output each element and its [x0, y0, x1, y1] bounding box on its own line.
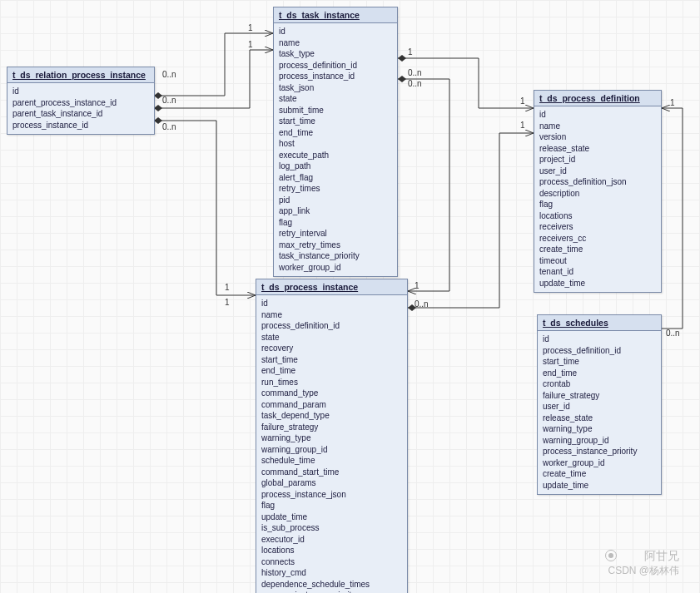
entity-field: flag — [279, 217, 392, 229]
entity-field: process_definition_id — [543, 345, 656, 357]
entity-field: failure_strategy — [261, 422, 402, 433]
entity-schedules: t_ds_schedules idprocess_definition_idst… — [537, 314, 662, 495]
entity-field: worker_group_id — [279, 262, 392, 274]
card-label: 1 — [225, 283, 230, 292]
entity-field: is_sub_process — [261, 522, 402, 534]
entity-field: create_time — [539, 244, 656, 255]
entity-task-instance: t_ds_task_instance idnametask_typeproces… — [273, 7, 398, 277]
entity-field: command_param — [261, 399, 402, 411]
entity-field: process_instance_priority — [261, 590, 402, 593]
card-label: 1 — [248, 40, 253, 49]
card-label: 1 — [520, 121, 525, 130]
entity-field: update_time — [539, 278, 656, 289]
entity-body: idnameversionrelease_stateproject_iduser… — [534, 106, 661, 292]
entity-field: max_retry_times — [279, 240, 392, 251]
entity-field: id — [539, 109, 656, 121]
entity-body: idparent_process_instance_idparent_task_… — [7, 83, 154, 134]
entity-field: receivers_cc — [539, 233, 656, 245]
entity-title: t_ds_relation_process_instance — [7, 67, 154, 83]
entity-field: start_time — [543, 356, 656, 368]
entity-field: retry_times — [279, 183, 392, 195]
entity-field: description — [539, 188, 656, 200]
entity-field: executor_id — [261, 534, 402, 546]
entity-field: crontab — [543, 378, 656, 390]
entity-field: retry_interval — [279, 228, 392, 240]
entity-title: t_ds_schedules — [538, 315, 661, 331]
card-label: 1 — [248, 23, 253, 32]
entity-field: release_state — [539, 143, 656, 155]
entity-body: idnametask_typeprocess_definition_idproc… — [274, 23, 397, 276]
watermark-author: 阿甘兄 — [644, 549, 679, 564]
entity-field: id — [261, 298, 402, 309]
entity-field: state — [279, 93, 392, 105]
entity-field: warning_type — [543, 423, 656, 435]
entity-field: locations — [261, 545, 402, 556]
card-label: 0..n — [162, 96, 176, 105]
entity-field: name — [261, 309, 402, 321]
entity-title: t_ds_process_instance — [256, 279, 407, 295]
entity-relation-process-instance: t_ds_relation_process_instance idparent_… — [7, 67, 155, 135]
entity-field: version — [539, 131, 656, 143]
card-label: 0..n — [408, 79, 422, 88]
card-label: 1 — [670, 98, 675, 107]
entity-field: failure_strategy — [543, 390, 656, 402]
entity-field: process_instance_id — [279, 71, 392, 82]
entity-field: end_time — [261, 365, 402, 377]
entity-field: host — [279, 138, 392, 150]
entity-field: receivers — [539, 221, 656, 233]
entity-field: id — [12, 86, 149, 97]
entity-field: worker_group_id — [543, 457, 656, 469]
entity-field: warning_type — [261, 432, 402, 444]
card-label: 1 — [520, 96, 525, 106]
entity-field: task_depend_type — [261, 410, 402, 422]
card-label: 0..n — [415, 299, 429, 309]
entity-title: t_ds_process_definition — [534, 91, 661, 106]
entity-field: process_instance_priority — [543, 446, 656, 457]
entity-field: warning_group_id — [261, 444, 402, 456]
entity-field: command_type — [261, 388, 402, 399]
entity-field: schedule_time — [261, 455, 402, 467]
entity-field: project_id — [539, 154, 656, 166]
entity-field: start_time — [279, 116, 392, 127]
card-label: 0..n — [162, 70, 176, 79]
entity-title: t_ds_task_instance — [274, 7, 397, 23]
wechat-icon — [605, 550, 617, 561]
entity-field: name — [539, 121, 656, 132]
entity-field: tenant_id — [539, 266, 656, 278]
entity-field: name — [279, 37, 392, 49]
entity-field: user_id — [539, 166, 656, 177]
card-label: 0..n — [162, 122, 176, 131]
entity-field: dependence_schedule_times — [261, 579, 402, 591]
entity-field: process_definition_json — [539, 176, 656, 188]
entity-field: submit_time — [279, 105, 392, 116]
card-label: 1 — [415, 281, 420, 290]
entity-field: release_state — [543, 413, 656, 424]
card-label: 0..n — [666, 329, 680, 338]
entity-field: run_times — [261, 377, 402, 388]
entity-field: task_json — [279, 82, 392, 94]
entity-field: user_id — [543, 401, 656, 413]
entity-field: timeout — [539, 255, 656, 267]
entity-body: idprocess_definition_idstart_timeend_tim… — [538, 331, 661, 494]
entity-field: end_time — [543, 368, 656, 379]
entity-field: state — [261, 332, 402, 343]
card-label: 0..n — [408, 68, 422, 77]
entity-field: start_time — [261, 354, 402, 366]
watermark-csdn: CSDN @杨林伟 — [608, 564, 679, 578]
entity-field: log_path — [279, 161, 392, 172]
entity-field: app_link — [279, 205, 392, 217]
entity-field: process_definition_id — [279, 60, 392, 72]
entity-field: parent_process_instance_id — [12, 97, 149, 109]
card-label: 1 — [408, 47, 413, 57]
entity-body: idnameprocess_definition_idstaterecovery… — [256, 295, 407, 593]
entity-field: process_definition_id — [261, 320, 402, 332]
entity-field: parent_task_instance_id — [12, 108, 149, 120]
card-label: 1 — [225, 298, 230, 307]
entity-field: process_instance_id — [12, 120, 149, 131]
entity-field: pid — [279, 195, 392, 206]
entity-field: history_cmd — [261, 567, 402, 579]
entity-field: warning_group_id — [543, 435, 656, 447]
entity-field: create_time — [543, 468, 656, 480]
entity-process-instance: t_ds_process_instance idnameprocess_defi… — [256, 279, 408, 593]
entity-field: connects — [261, 556, 402, 568]
